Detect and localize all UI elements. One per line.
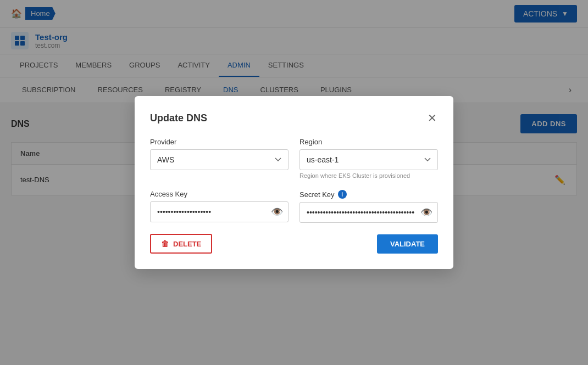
- secret-key-input[interactable]: [299, 202, 438, 223]
- form-group-provider: Provider AWS GCP Azure: [150, 138, 289, 179]
- access-key-wrapper: 👁️: [150, 201, 289, 222]
- modal-title: Update DNS: [150, 113, 207, 124]
- access-key-label: Access Key: [150, 190, 289, 198]
- region-select[interactable]: us-east-1 us-west-1 us-west-2 eu-west-1: [299, 149, 438, 170]
- provider-select[interactable]: AWS GCP Azure: [150, 149, 289, 170]
- access-key-input[interactable]: [150, 201, 289, 222]
- region-hint: Region where EKS Cluster is provisioned: [299, 172, 438, 179]
- form-group-secret-key: Secret Key i 👁️: [299, 190, 438, 223]
- form-group-access-key: Access Key 👁️: [150, 190, 289, 223]
- secret-key-wrapper: 👁️: [299, 202, 438, 223]
- modal-footer: 🗑 DELETE VALIDATE: [150, 234, 438, 254]
- trash-icon: 🗑: [161, 239, 169, 248]
- secret-key-label: Secret Key i: [299, 190, 438, 199]
- form-row-provider-region: Provider AWS GCP Azure Region us-east-1 …: [150, 138, 438, 179]
- validate-button[interactable]: VALIDATE: [377, 234, 438, 254]
- modal-overlay[interactable]: Update DNS ✕ Provider AWS GCP Azure Regi…: [0, 0, 588, 323]
- modal-close-button[interactable]: ✕: [426, 111, 438, 125]
- region-label: Region: [299, 138, 438, 146]
- secret-key-info-icon[interactable]: i: [338, 190, 347, 199]
- toggle-secret-key-visibility-icon[interactable]: 👁️: [420, 206, 432, 218]
- update-dns-modal: Update DNS ✕ Provider AWS GCP Azure Regi…: [135, 96, 453, 269]
- form-group-region: Region us-east-1 us-west-1 us-west-2 eu-…: [299, 138, 438, 179]
- provider-label: Provider: [150, 138, 289, 146]
- delete-button[interactable]: 🗑 DELETE: [150, 234, 212, 254]
- toggle-access-key-visibility-icon[interactable]: 👁️: [271, 206, 283, 218]
- modal-header: Update DNS ✕: [150, 111, 438, 125]
- form-row-keys: Access Key 👁️ Secret Key i 👁️: [150, 190, 438, 223]
